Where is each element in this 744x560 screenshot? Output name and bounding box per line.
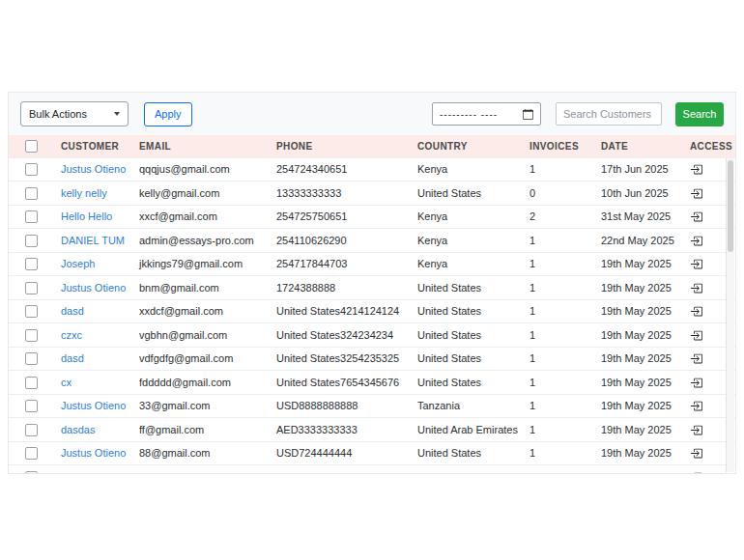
vertical-scrollbar[interactable] bbox=[726, 158, 734, 472]
invoices-cell bbox=[522, 465, 593, 475]
row-checkbox[interactable] bbox=[25, 400, 38, 412]
apply-button[interactable]: Apply bbox=[144, 102, 192, 126]
phone-cell: 13333333333 bbox=[269, 182, 410, 206]
row-checkbox[interactable] bbox=[25, 329, 38, 342]
customer-cell: Hello Hello bbox=[53, 205, 131, 229]
login-icon[interactable] bbox=[690, 471, 702, 474]
table-row: dasdas ff@gmail.com AED3333333333 United… bbox=[9, 418, 736, 442]
chevron-down-icon bbox=[114, 112, 120, 116]
customer-link[interactable]: dasd bbox=[61, 352, 84, 364]
table-row: Justus Otieno qqqjus@gmail.com 254724340… bbox=[9, 157, 736, 182]
customer-link[interactable]: Hello Hello bbox=[61, 210, 112, 222]
date-cell: 22nd May 2025 bbox=[593, 229, 682, 253]
customer-link[interactable]: Joseph bbox=[61, 258, 95, 269]
row-checkbox[interactable] bbox=[25, 471, 38, 474]
customer-link[interactable]: dasd bbox=[61, 305, 84, 317]
email-cell: ff@gmail.com bbox=[131, 418, 269, 442]
login-icon[interactable] bbox=[690, 163, 702, 176]
phone-cell: United States7654345676 bbox=[269, 371, 410, 395]
login-icon[interactable] bbox=[690, 210, 702, 223]
customer-cell: Justus Otieno bbox=[53, 441, 131, 465]
row-checkbox-cell bbox=[9, 441, 53, 465]
invoices-cell: 1 bbox=[522, 276, 593, 300]
table-row: Justus Otieno 88@gmail.com USD724444444 … bbox=[9, 441, 736, 465]
invoices-cell: 1 bbox=[522, 299, 593, 323]
customer-link[interactable]: Justus Otieno bbox=[61, 447, 126, 459]
row-checkbox[interactable] bbox=[25, 258, 38, 270]
customer-cell: Justus Otieno bbox=[53, 157, 131, 182]
row-checkbox[interactable] bbox=[25, 210, 38, 223]
customer-link[interactable]: czxc bbox=[61, 329, 82, 341]
login-icon[interactable] bbox=[690, 282, 702, 294]
login-icon[interactable] bbox=[690, 235, 702, 247]
customer-link[interactable]: dasdas bbox=[61, 424, 95, 435]
date-cell: 19th May 2025 bbox=[593, 441, 682, 465]
table-row-partial bbox=[9, 465, 736, 475]
customer-link[interactable]: Justus Otieno bbox=[61, 282, 126, 294]
date-cell: 17th Jun 2025 bbox=[593, 157, 682, 182]
row-checkbox[interactable] bbox=[25, 424, 38, 436]
row-checkbox-cell bbox=[9, 299, 53, 323]
date-cell: 19th May 2025 bbox=[593, 252, 682, 276]
customer-link[interactable]: Justus Otieno bbox=[61, 163, 126, 175]
email-cell: 33@gmail.com bbox=[131, 394, 269, 418]
row-checkbox[interactable] bbox=[25, 187, 38, 200]
scrollbar-thumb[interactable] bbox=[728, 160, 733, 252]
country-cell: United States bbox=[410, 441, 522, 465]
phone-cell: United States3254235325 bbox=[269, 347, 410, 371]
email-cell: 88@gmail.com bbox=[131, 441, 269, 465]
table-row: Hello Hello xxcf@gmail.com 254725750651 … bbox=[9, 205, 736, 229]
search-button[interactable]: Search bbox=[675, 102, 724, 126]
email-cell: bnm@gmail.com bbox=[131, 276, 269, 300]
date-cell: 19th May 2025 bbox=[593, 418, 682, 442]
customer-link[interactable]: Justus Otieno bbox=[61, 400, 126, 411]
login-icon[interactable] bbox=[690, 329, 702, 342]
invoices-cell: 1 bbox=[522, 418, 593, 442]
customer-cell: czxc bbox=[53, 323, 131, 348]
customer-link[interactable]: DANIEL TUM bbox=[61, 235, 125, 246]
row-checkbox[interactable] bbox=[25, 447, 38, 460]
row-checkbox[interactable] bbox=[25, 377, 38, 389]
row-checkbox[interactable] bbox=[25, 163, 38, 176]
login-icon[interactable] bbox=[690, 424, 702, 436]
date-cell: 10th Jun 2025 bbox=[593, 182, 682, 206]
table-header-row: CUSTOMER EMAIL PHONE COUNTRY INVOICES DA… bbox=[9, 135, 736, 157]
row-checkbox[interactable] bbox=[25, 235, 38, 247]
country-cell: United States bbox=[410, 182, 522, 206]
country-cell: United States bbox=[410, 323, 522, 348]
login-icon[interactable] bbox=[690, 400, 702, 412]
email-cell: xxcf@gmail.com bbox=[131, 205, 269, 229]
customer-link[interactable]: kelly nelly bbox=[61, 187, 107, 199]
login-icon[interactable] bbox=[690, 187, 702, 200]
row-checkbox-cell bbox=[9, 157, 53, 182]
invoices-cell: 1 bbox=[522, 441, 593, 465]
date-cell bbox=[593, 465, 682, 475]
select-all-header-cell bbox=[9, 135, 53, 157]
customer-cell: Joseph bbox=[53, 252, 131, 276]
row-checkbox[interactable] bbox=[25, 305, 38, 318]
row-checkbox[interactable] bbox=[25, 282, 38, 294]
table-body: Justus Otieno qqqjus@gmail.com 254724340… bbox=[9, 157, 736, 474]
header-invoices: INVOICES bbox=[522, 135, 593, 157]
phone-cell: 254717844703 bbox=[269, 252, 410, 276]
select-all-checkbox[interactable] bbox=[25, 140, 38, 153]
row-checkbox[interactable] bbox=[25, 352, 38, 365]
phone-cell: United States324234234 bbox=[269, 323, 410, 348]
toolbar: Bulk Actions Apply --------- ---- Search bbox=[9, 93, 735, 135]
login-icon[interactable] bbox=[690, 258, 702, 270]
table-row: Joseph jkkings79@gmail.com 254717844703 … bbox=[9, 252, 736, 276]
country-cell: United States bbox=[410, 347, 522, 371]
country-cell: United Arab Emirates bbox=[410, 418, 522, 442]
date-input[interactable]: --------- ---- bbox=[432, 102, 541, 126]
login-icon[interactable] bbox=[690, 305, 702, 318]
email-cell: fddddd@gmail.com bbox=[131, 371, 269, 395]
login-icon[interactable] bbox=[690, 447, 702, 460]
date-placeholder: --------- ---- bbox=[440, 109, 498, 120]
customer-cell: dasd bbox=[53, 347, 131, 371]
login-icon[interactable] bbox=[690, 377, 702, 389]
search-input[interactable] bbox=[556, 102, 662, 126]
login-icon[interactable] bbox=[690, 352, 702, 365]
bulk-actions-select[interactable]: Bulk Actions bbox=[20, 101, 129, 126]
customer-link[interactable]: cx bbox=[61, 377, 72, 388]
invoices-cell: 1 bbox=[522, 394, 593, 418]
